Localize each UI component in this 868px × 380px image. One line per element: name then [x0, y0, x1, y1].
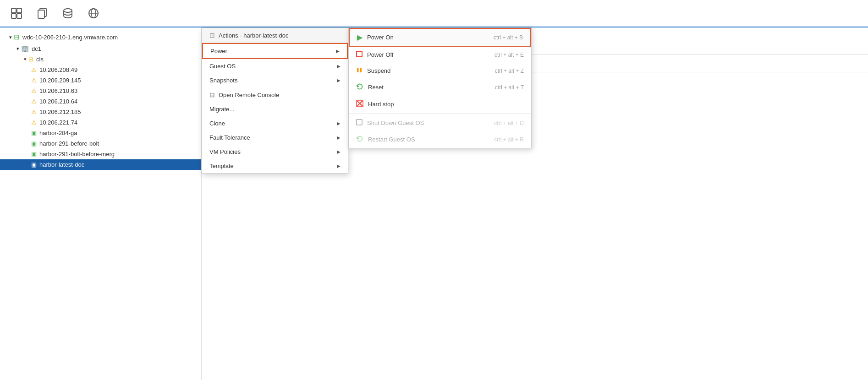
vm-ok-icon: ▣: [31, 151, 37, 157]
host-label: wdc-10-206-210-1.eng.vmware.com: [22, 34, 118, 41]
suspend-label: Suspend: [367, 67, 390, 74]
chevron-right-icon: ▶: [337, 64, 341, 69]
vm1-label: 10.206.208.49: [39, 66, 77, 73]
restart-shortcut: ctrl + alt + R: [494, 136, 524, 143]
vm-warn-icon: ⚠: [31, 66, 37, 73]
menu-remote-console-label: Open Remote Console: [219, 92, 279, 98]
menu-item-clone[interactable]: Clone ▶: [202, 116, 348, 130]
chevron-icon: ▾: [9, 34, 12, 40]
vm6-label: 10.206.221.74: [39, 119, 77, 126]
vm-ok-icon: ▣: [31, 140, 37, 147]
svg-rect-13: [357, 51, 362, 57]
menu-item-power[interactable]: Power ▶: [202, 43, 348, 59]
svg-rect-3: [17, 14, 22, 18]
vm-warn-icon: ⚠: [31, 98, 37, 105]
dc1-label: dc1: [32, 45, 41, 52]
sidebar-item-cls[interactable]: ▾ ⊞ cls: [0, 54, 201, 65]
hard-stop-label: Hard stop: [368, 101, 394, 108]
menu-remote-console-icon: ⊟: [209, 91, 215, 98]
hard-stop-left: Hard stop: [356, 100, 394, 109]
reset-label: Reset: [368, 84, 384, 91]
menu-item-migrate[interactable]: Migrate...: [202, 102, 348, 116]
menu-template-label-group: Template: [209, 163, 234, 169]
power-on-icon: ▶: [357, 33, 363, 42]
copy-icon[interactable]: [35, 6, 49, 21]
reset-left: Reset: [356, 83, 384, 92]
vm-ok-icon: ▣: [31, 130, 37, 136]
menu-item-snapshots[interactable]: Snapshots ▶: [202, 73, 348, 87]
restart-left: Restart Guest OS: [356, 135, 415, 144]
top-bar: [0, 0, 868, 27]
sidebar-item-vm7[interactable]: ▣ harbor-284-ga: [0, 128, 201, 138]
shut-down-left: Shut Down Guest OS: [356, 119, 424, 127]
sidebar-item-vm1[interactable]: ⚠ 10.206.208.49: [0, 65, 201, 75]
svg-rect-0: [11, 8, 16, 13]
menu-vm-policies-label-group: VM Policies: [209, 148, 241, 155]
power-item-hard-stop[interactable]: Hard stop: [349, 96, 531, 113]
chevron-right-icon: ▶: [337, 78, 341, 83]
sidebar-item-vm9[interactable]: ▣ harbor-291-bolt-before-merg: [0, 149, 201, 159]
power-item-power-off[interactable]: Power Off ctrl + alt + E: [349, 47, 531, 63]
database-icon[interactable]: [60, 6, 75, 21]
vm3-label: 10.206.210.63: [39, 87, 77, 94]
shut-down-guest-os-label: Shut Down Guest OS: [367, 119, 424, 126]
reset-shortcut: ctrl + alt + T: [495, 84, 524, 91]
sidebar-item-vm8[interactable]: ▣ harbor-291-before-bolt: [0, 138, 201, 149]
svg-rect-14: [357, 68, 359, 72]
menu-power-label-group: Power: [210, 48, 227, 54]
vm-warn-icon: ⚠: [31, 87, 37, 94]
menu-snapshots-label-group: Snapshots: [209, 77, 237, 84]
sidebar-item-vm3[interactable]: ⚠ 10.206.210.63: [0, 86, 201, 96]
sidebar-item-vm4[interactable]: ⚠ 10.206.210.64: [0, 96, 201, 107]
power-off-left: Power Off: [356, 51, 394, 59]
menu-fault-tolerance-label: Fault Tolerance: [209, 134, 250, 141]
shut-down-shortcut: ctrl + alt + D: [494, 120, 524, 126]
menu-item-guest-os[interactable]: Guest OS ▶: [202, 59, 348, 73]
power-item-power-on[interactable]: ▶ Power On ctrl + alt + B: [349, 28, 531, 47]
sidebar-item-host[interactable]: ▾ ⊟ wdc-10-206-210-1.eng.vmware.com: [0, 31, 201, 43]
menu-template-label: Template: [209, 163, 234, 169]
reset-icon: [356, 83, 363, 92]
menu-snapshots-label: Snapshots: [209, 77, 237, 84]
menu-item-template[interactable]: Template ▶: [202, 159, 348, 173]
power-menu-divider: [349, 114, 531, 114]
vm-warn-icon: ⚠: [31, 109, 37, 115]
shut-down-icon: [356, 119, 363, 127]
cls-label: cls: [36, 56, 44, 63]
vm8-label: harbor-291-before-bolt: [39, 140, 99, 147]
suspend-icon: [356, 67, 363, 75]
sidebar-item-vm2[interactable]: ⚠ 10.206.209.145: [0, 75, 201, 86]
power-on-left: ▶ Power On: [357, 33, 394, 42]
sidebar-item-vm10[interactable]: ▣ harbor-latest-doc: [0, 159, 201, 170]
power-item-shut-down-guest-os[interactable]: Shut Down Guest OS ctrl + alt + D: [349, 115, 531, 131]
chevron-right-icon: ▶: [336, 49, 340, 54]
power-off-label: Power Off: [367, 51, 394, 58]
chevron-right-icon: ▶: [337, 121, 341, 126]
menu-guest-os-label: Guest OS: [209, 63, 236, 70]
svg-rect-15: [360, 68, 362, 72]
menu-fault-tolerance-label-group: Fault Tolerance: [209, 134, 250, 141]
power-on-label: Power On: [367, 34, 394, 41]
vm-warn-icon: ⚠: [31, 119, 37, 126]
svg-rect-2: [11, 14, 16, 18]
power-item-suspend[interactable]: Suspend ctrl + alt + Z: [349, 63, 531, 79]
context-menu-title: Actions - harbor-latest-doc: [219, 32, 288, 39]
menu-item-fault-tolerance[interactable]: Fault Tolerance ▶: [202, 130, 348, 145]
power-item-restart-guest-os[interactable]: Restart Guest OS ctrl + alt + R: [349, 131, 531, 148]
sidebar: ▾ ⊟ wdc-10-206-210-1.eng.vmware.com ▾ 🏢 …: [0, 27, 202, 380]
menu-vm-icon: ⊡: [209, 32, 215, 39]
actions-context-menu: ⊡ Actions - harbor-latest-doc Power ▶ Gu…: [202, 27, 348, 174]
sidebar-item-vm5[interactable]: ⚠ 10.206.212.185: [0, 107, 201, 117]
svg-rect-19: [357, 119, 362, 125]
menu-item-open-remote-console[interactable]: ⊟ Open Remote Console: [202, 87, 348, 102]
power-item-reset[interactable]: Reset ctrl + alt + T: [349, 79, 531, 96]
suspend-shortcut: ctrl + alt + Z: [495, 68, 524, 74]
menu-item-vm-policies[interactable]: VM Policies ▶: [202, 145, 348, 159]
globe-icon[interactable]: [86, 6, 101, 21]
restart-icon: [356, 135, 363, 144]
sidebar-item-dc1[interactable]: ▾ 🏢 dc1: [0, 43, 201, 54]
menu-power-label: Power: [210, 48, 227, 54]
grid-icon[interactable]: [9, 6, 24, 21]
sidebar-item-vm6[interactable]: ⚠ 10.206.221.74: [0, 117, 201, 128]
svg-rect-1: [17, 8, 22, 13]
